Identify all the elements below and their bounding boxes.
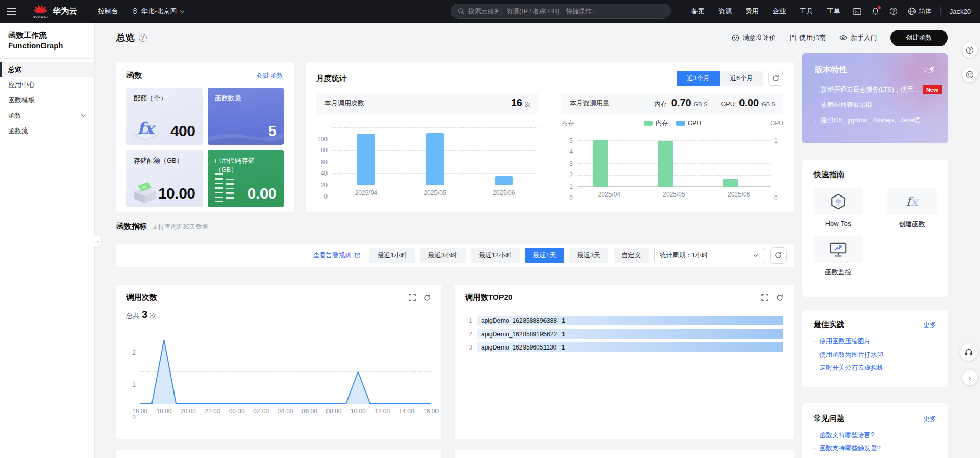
feedback-float-button[interactable] [962,67,977,82]
quick-guide-title: 快速指南 [814,170,844,179]
faq-item[interactable]: ·函数支持哪些触发器? [814,442,937,455]
quick-guide-howtos[interactable]: How-Tos [814,188,863,229]
topbar-divider [88,7,88,16]
memory-unit: GB-S [694,101,708,107]
topbar-link-enterprise[interactable]: 企业 [773,7,786,16]
fullscreen-button[interactable] [409,294,416,301]
best-practices-more-link[interactable]: 更多 [923,320,937,330]
legend-gpu: GPU [676,120,701,127]
hamburger-menu-button[interactable] [0,0,23,23]
help-float-button[interactable] [962,42,977,58]
top20-row[interactable]: 3 apigDemo_1629596051130 1 [465,342,783,352]
topbar-link-tools[interactable]: 工具 [800,7,813,16]
top20-row[interactable]: 1 apigDemo_1628588896388 1 [465,316,783,325]
topbar-link-resources[interactable]: 资源 [718,7,732,16]
headset-icon [964,347,973,357]
storage-quota-tile: 存储配额（GB） [126,150,203,207]
memory-label: 内存: [654,100,668,109]
faq-more-link[interactable]: 更多 [923,414,937,423]
metrics-section-header: 函数指标 支持查询近30天数据 [116,222,794,237]
top20-row[interactable]: 2 apigDemo_1628589195622 1 [465,329,783,339]
gpu-unit: GB-S [761,101,775,107]
monthly-resources-label: 本月资源用量 [570,99,609,108]
support-float-button[interactable] [960,343,977,361]
tab-last-6-months[interactable]: 近6个月 [720,71,763,86]
notifications-button[interactable] [872,7,879,15]
panel-refresh-button[interactable] [424,294,431,301]
page-help-icon[interactable]: ? [139,34,147,42]
hexagon-box-icon [830,193,847,210]
region-selector[interactable]: 华北-北京四 [132,7,185,16]
range-3h-button[interactable]: 最近3小时 [420,248,466,263]
period-select[interactable]: 统计周期：1小时 [654,248,764,263]
main-content: 总览 ? 满意度评价 使用指南 [95,23,980,458]
features-more-link[interactable]: 更多 [923,66,935,74]
rank-number: 2 [465,331,472,338]
monthly-invocations-value: 16 [511,97,522,109]
help-button[interactable] [889,7,898,15]
next-panels-row [116,450,794,458]
function-summary-card: 函数 创建函数 配额（个） fx [116,62,294,212]
best-practices-title: 最佳实践 [814,320,844,330]
sidebar-item-functions[interactable]: 函数 [0,108,94,123]
total-value: 3 [142,309,147,320]
monthly-invocations-half: 本月调用次数 16 次 020406080100 [316,93,538,198]
range-3d-button[interactable]: 最近3天 [569,248,608,263]
create-function-button[interactable]: 创建函数 [890,30,948,46]
feature-item[interactable]: ·依赖包列表展示ID [815,97,935,113]
fullscreen-button[interactable] [761,294,768,301]
external-link-icon [354,252,360,258]
global-search[interactable] [451,4,671,19]
fx-3d-icon: fx [130,115,160,141]
tab-last-3-months[interactable]: 近3个月 [677,71,720,86]
quick-guide-create-function[interactable]: fx 创建函数 [887,188,937,229]
function-count-value: 5 [268,122,276,140]
total-label: 总共 [126,312,139,320]
line-plot-area [140,340,431,404]
console-link[interactable]: 控制台 [98,7,118,16]
feature-item[interactable]: ·提供C#、python、Nodejs、Java语... [815,113,935,128]
refresh-button[interactable] [768,71,783,86]
expand-panel-button[interactable]: › [962,370,977,385]
feature-item[interactable]: ·新增开通云日志服务(LTS)，使用... New [815,82,935,97]
best-practice-item[interactable]: ·使用函数为图片打水印 [814,348,937,361]
panel-refresh-button[interactable] [776,294,783,301]
topbar-link-billing[interactable]: 费用 [746,7,759,16]
topbar-link-beian[interactable]: 备案 [691,7,705,16]
sidebar-item-app-center[interactable]: 应用中心 [0,77,94,93]
quick-guide-function-monitoring[interactable]: 函数监控 [814,236,863,277]
getting-started-button[interactable]: 新手入门 [839,33,877,42]
range-12h-button[interactable]: 最近12小时 [471,248,520,263]
user-menu[interactable]: Jack20 [950,8,971,15]
sidebar-title: 函数工作流 FunctionGraph [0,23,94,59]
huawei-logo[interactable]: HUAWEI 华为云 [33,4,77,18]
chevron-down-icon [753,254,758,257]
user-guide-button[interactable]: 使用指南 [789,33,826,42]
best-practice-item[interactable]: ·定时开关公有云虚拟机 [814,361,937,375]
create-function-link[interactable]: 创建函数 [257,71,284,80]
satisfaction-survey-button[interactable]: 满意度评价 [732,33,776,42]
range-custom-button[interactable]: 自定义 [614,248,649,263]
view-alarm-rules-link[interactable]: 查看告警规则 [313,251,360,260]
topbar-link-ticket[interactable]: 工单 [827,7,840,16]
console-terminal-button[interactable] [853,8,861,15]
y-axis-ticks: 020406080100 [316,128,332,197]
range-1d-button[interactable]: 最近1天 [525,248,564,263]
sidebar-item-label: 函数 [8,111,21,120]
right-panel: 版本特性 更多 ·新增开通云日志服务(LTS)，使用... New ·依赖包列表… [802,53,948,458]
metrics-refresh-button[interactable] [770,247,787,264]
sidebar-item-function-flows[interactable]: 函数流 [0,123,94,139]
gpu-value: 0.00 [739,97,759,109]
faq-item[interactable]: ·函数支持哪些语言? [814,428,937,442]
partial-panel [116,450,441,458]
sidebar-item-templates[interactable]: 函数模板 [0,93,94,108]
language-selector[interactable]: 简体 [908,7,932,16]
location-pin-icon [132,8,138,15]
refresh-icon [776,294,783,301]
global-search-input[interactable] [468,8,664,15]
sidebar-item-overview[interactable]: 总览 [0,62,94,77]
best-practice-item[interactable]: ·使用函数压缩图片 [814,335,937,348]
range-1h-button[interactable]: 最近1小时 [369,248,415,263]
top20-bar: apigDemo_1628588896388 1 [477,316,783,325]
x-axis-labels: 2025/042025/052025/06 [577,191,771,198]
